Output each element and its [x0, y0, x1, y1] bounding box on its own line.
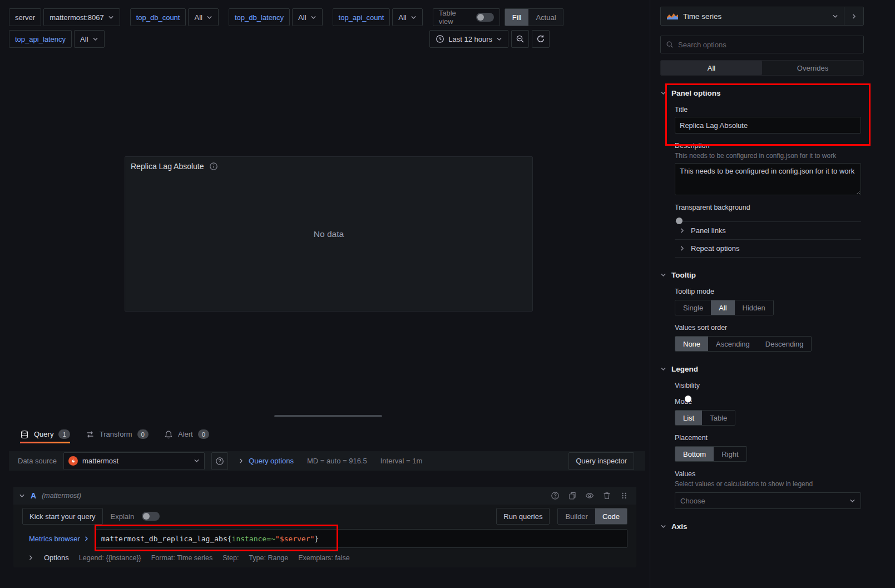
section-axis[interactable]: Axis: [660, 522, 864, 531]
variable-label-top-db-count: top_db_count: [130, 8, 186, 26]
bell-icon: [164, 430, 173, 439]
section-tooltip[interactable]: Tooltip: [660, 271, 864, 279]
query-inspector-button[interactable]: Query inspector: [568, 452, 634, 470]
query-options-row[interactable]: Options Legend: {{instance}} Format: Tim…: [22, 554, 627, 562]
query-ref-id: A: [31, 491, 36, 500]
panel-description-textarea[interactable]: This needs to be configured in config.js…: [675, 163, 861, 195]
legend-values-label: Values: [675, 470, 861, 478]
transform-icon: [86, 430, 95, 439]
variable-value-top-api-latency[interactable]: All: [74, 30, 104, 48]
variable-top-api-count: top_api_count All: [333, 8, 423, 26]
explain-switch[interactable]: [142, 512, 160, 521]
datasource-help-button[interactable]: [211, 452, 228, 470]
zoom-out-button[interactable]: [511, 30, 529, 48]
sort-none[interactable]: None: [675, 337, 708, 351]
tab-query[interactable]: Query 1: [20, 425, 70, 443]
run-queries-button[interactable]: Run queries: [496, 508, 550, 525]
options-format: Format: Time series: [151, 554, 212, 562]
info-icon[interactable]: [209, 162, 218, 171]
legend-placement-label: Placement: [675, 434, 861, 442]
legend-body: Visibility Mode List Table Placement Bot…: [660, 382, 864, 509]
variable-label-text: top_api_latency: [15, 35, 66, 43]
sort-descending[interactable]: Descending: [758, 337, 812, 351]
tab-count-badge: 1: [58, 429, 70, 439]
chevron-down-icon: [660, 90, 666, 96]
repeat-options-row[interactable]: Repeat options: [675, 239, 861, 257]
actual-option[interactable]: Actual: [528, 9, 563, 26]
panel-links-row[interactable]: Panel links: [675, 221, 861, 239]
variable-label-top-api-count: top_api_count: [333, 8, 390, 26]
fill-option[interactable]: Fill: [505, 9, 529, 26]
tab-label: Alert: [178, 430, 193, 438]
tooltip-mode-hidden[interactable]: Hidden: [735, 300, 773, 315]
tooltip-mode-segment: Single All Hidden: [675, 300, 774, 315]
legend-mode-table[interactable]: Table: [702, 411, 735, 425]
values-sort-order-label: Values sort order: [675, 324, 861, 332]
refresh-icon: [536, 34, 545, 43]
explain-label: Explain: [111, 512, 135, 521]
refresh-button[interactable]: [532, 30, 550, 48]
metrics-browser-button[interactable]: Metrics browser: [29, 535, 90, 543]
tab-label: Transform: [100, 430, 132, 438]
chevron-right-icon: [83, 536, 90, 542]
time-range-label: Last 12 hours: [448, 35, 492, 43]
viz-suggestions-toggle[interactable]: [844, 7, 863, 25]
builder-option[interactable]: Builder: [558, 508, 595, 524]
datasource-select[interactable]: mattermost: [63, 452, 205, 470]
visualization-picker[interactable]: Time series: [661, 7, 844, 25]
legend-mode-list[interactable]: List: [675, 411, 702, 425]
options-sidebar: Time series All Overrides Panel options …: [650, 0, 895, 588]
time-range-picker[interactable]: Last 12 hours: [429, 30, 508, 48]
sort-ascending[interactable]: Ascending: [708, 337, 758, 351]
drag-handle-icon[interactable]: [620, 491, 629, 500]
variable-label-text: top_db_latency: [235, 13, 284, 22]
tooltip-mode-all[interactable]: All: [711, 300, 734, 315]
query-toolbar: Kick start your query Explain Run querie…: [22, 508, 627, 525]
display-controls: Table view Fill Actual: [433, 8, 563, 26]
variable-value-top-api-count[interactable]: All: [392, 8, 422, 26]
chevron-down-icon: [92, 36, 98, 42]
tooltip-mode-single[interactable]: Single: [675, 300, 711, 315]
tab-overrides[interactable]: Overrides: [762, 61, 863, 75]
tab-transform[interactable]: Transform 0: [86, 425, 149, 443]
delete-query-trash-icon[interactable]: [602, 491, 611, 500]
tab-all[interactable]: All: [661, 61, 762, 75]
section-panel-options[interactable]: Panel options: [660, 89, 864, 97]
variable-top-api-latency: top_api_latency All: [9, 30, 105, 48]
section-legend[interactable]: Legend: [660, 365, 864, 373]
variable-value-top-db-latency[interactable]: All: [292, 8, 322, 26]
table-view-switch[interactable]: [476, 13, 494, 22]
promql-label-name: instance: [232, 535, 267, 543]
code-option[interactable]: Code: [595, 508, 627, 524]
placement-bottom[interactable]: Bottom: [675, 447, 714, 461]
visualization-picker-bar: Time series: [660, 7, 864, 26]
table-view-group: Table view: [433, 8, 500, 26]
query-row-header[interactable]: A (mattermost): [13, 487, 636, 505]
collapse-chevron-icon[interactable]: [19, 493, 25, 499]
hide-query-eye-icon[interactable]: [585, 491, 594, 500]
interval-text: Interval = 1m: [380, 457, 423, 465]
tab-alert[interactable]: Alert 0: [164, 425, 209, 443]
query-options-toggle[interactable]: Query options: [238, 457, 294, 465]
query-row-card: A (mattermost) Kick start your query Exp…: [13, 487, 636, 567]
query-toolbar-right: Run queries Builder Code: [496, 508, 627, 525]
variable-value-server[interactable]: mattermost:8067: [43, 8, 120, 26]
placement-right[interactable]: Right: [714, 447, 746, 461]
section-heading: Panel options: [671, 89, 721, 97]
variable-value-text: mattermost:8067: [50, 13, 104, 22]
query-help-icon[interactable]: [551, 491, 560, 500]
chevron-down-icon: [496, 36, 502, 42]
legend-values-select[interactable]: Choose: [675, 492, 861, 509]
options-search[interactable]: [660, 36, 864, 53]
visualization-name: Time series: [683, 12, 721, 21]
promql-expression-input[interactable]: mattermost_db_replica_lag_abs{instance=~…: [95, 529, 627, 548]
panel-resize-handle[interactable]: [274, 415, 382, 417]
panel-links-label: Panel links: [691, 226, 726, 235]
chevron-down-icon: [310, 14, 317, 21]
variable-value-top-db-count[interactable]: All: [188, 8, 218, 26]
search-input[interactable]: [678, 41, 858, 49]
panel-title-input[interactable]: [675, 117, 861, 134]
table-view-label: Table view: [439, 9, 472, 26]
duplicate-query-icon[interactable]: [568, 491, 577, 500]
kick-start-query-button[interactable]: Kick start your query: [22, 508, 103, 525]
